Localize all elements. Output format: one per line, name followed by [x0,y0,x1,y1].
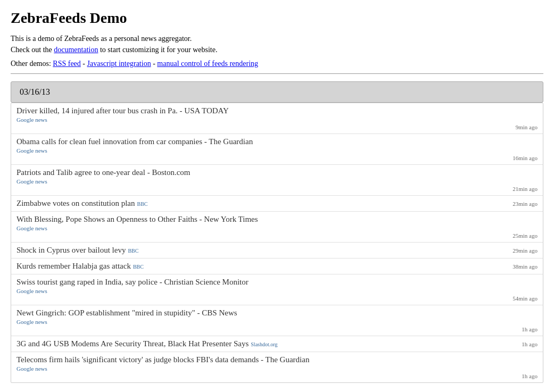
news-title-link[interactable]: Obama calls for clean fuel innovation fr… [16,137,253,146]
news-source-link[interactable]: Google news [16,178,47,185]
news-source-link[interactable]: Google news [16,365,47,372]
news-time: 23min ago [512,201,538,207]
news-title-link[interactable]: Shock in Cyprus over bailout levy [16,246,126,255]
news-item: With Blessing, Pope Shows an Openness to… [11,212,543,243]
news-source-link[interactable]: Google news [16,147,47,154]
demos-prefix: Other demos: [11,60,53,68]
date-header: 03/16/13 [11,81,543,103]
news-source-inline-link[interactable]: BBC [128,248,138,254]
news-title-link[interactable]: With Blessing, Pope Shows an Openness to… [16,215,258,223]
news-item: Kurds remember Halabja gas attackBBC38mi… [11,258,543,274]
news-title-area: 3G and 4G USB Modems Are Security Threat… [16,339,277,348]
news-item: Patriots and Talib agree to one-year dea… [11,165,543,196]
intro-line1: This is a demo of ZebraFeeds as a person… [11,35,192,43]
news-title-area: Shock in Cyprus over bailout levyBBC [16,246,138,255]
news-title-link[interactable]: Patriots and Talib agree to one-year dea… [16,168,191,177]
news-source-link[interactable]: Google news [16,319,47,325]
page-title: ZebraFeeds Demo [11,10,543,27]
news-meta: Google news [16,178,538,185]
news-time: 9min ago [516,124,538,130]
news-meta: Google news [16,116,538,123]
news-source-inline-link[interactable]: BBC [133,264,144,270]
news-time: 38min ago [512,263,538,270]
news-time: 21min ago [512,186,538,192]
javascript-integration-link[interactable]: Javascript integration [87,60,151,68]
news-item: Newt Gingrich: GOP establishment "mired … [11,305,543,336]
documentation-link[interactable]: documentation [54,46,98,54]
news-meta: Google news [16,319,538,325]
news-title-area: Zimbabwe votes on constitution planBBC [16,199,147,208]
news-container: Driver killed, 14 injured after tour bus… [11,103,543,383]
news-title-area: Kurds remember Halabja gas attackBBC [16,262,144,271]
news-time: 1h ago [522,341,538,347]
intro-line2-suffix: to start customizing it for your website… [98,46,217,54]
news-title-link[interactable]: Telecoms firm hails 'significant victory… [16,355,309,364]
news-title-link[interactable]: 3G and 4G USB Modems Are Security Threat… [16,339,249,348]
divider [11,73,543,74]
news-meta: Google news [16,365,538,372]
news-title-link[interactable]: Kurds remember Halabja gas attack [16,262,131,271]
news-source-link[interactable]: Google news [16,288,47,294]
news-item: Swiss tourist gang raped in India, say p… [11,274,543,305]
demos-line: Other demos: RSS feed - Javascript integ… [11,60,543,68]
news-title-link[interactable]: Driver killed, 14 injured after tour bus… [16,106,229,115]
news-title-link[interactable]: Zimbabwe votes on constitution plan [16,199,135,208]
news-time: 1h ago [522,373,538,379]
news-item: 3G and 4G USB Modems Are Security Threat… [11,336,543,352]
news-item: Zimbabwe votes on constitution planBBC23… [11,196,543,212]
news-source-inline-link[interactable]: Slashdot.org [251,341,277,347]
intro-block: This is a demo of ZebraFeeds as a person… [11,33,543,55]
news-item: Obama calls for clean fuel innovation fr… [11,134,543,165]
rss-feed-link[interactable]: RSS feed [53,60,81,68]
news-time: 54min ago [512,295,538,302]
news-meta: Google news [16,288,538,294]
news-item: Telecoms firm hails 'significant victory… [11,352,543,382]
news-source-link[interactable]: Google news [16,116,47,123]
news-time: 29min ago [512,247,538,254]
news-time: 1h ago [522,326,538,332]
manual-control-link[interactable]: manual control of feeds rendering [157,60,258,68]
news-item: Shock in Cyprus over bailout levyBBC29mi… [11,243,543,258]
news-title-link[interactable]: Swiss tourist gang raped in India, say p… [16,278,249,286]
intro-line2-prefix: Check out the [11,46,54,54]
news-source-inline-link[interactable]: BBC [137,201,147,207]
news-time: 25min ago [512,232,538,239]
news-time: 16min ago [512,155,538,161]
news-meta: Google news [16,225,538,231]
news-meta: Google news [16,147,538,154]
news-item: Driver killed, 14 injured after tour bus… [11,103,543,134]
news-source-link[interactable]: Google news [16,225,47,231]
news-title-link[interactable]: Newt Gingrich: GOP establishment "mired … [16,308,237,317]
